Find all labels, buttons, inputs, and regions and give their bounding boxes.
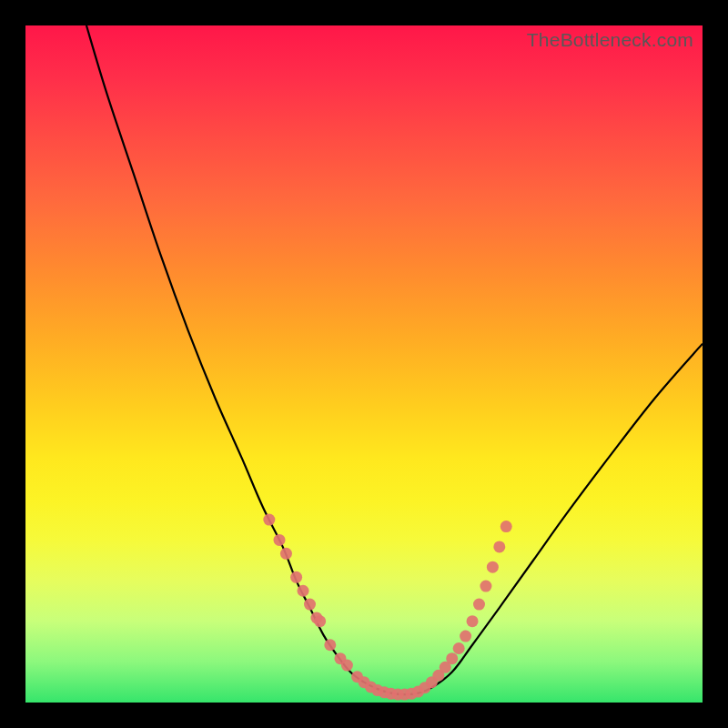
data-point: [324, 639, 336, 651]
data-point: [460, 631, 471, 642]
chart-frame: TheBottleneck.com: [0, 0, 728, 728]
curve-line: [86, 25, 703, 694]
data-point: [467, 615, 479, 627]
data-point: [500, 521, 512, 532]
data-point: [298, 585, 309, 597]
data-point: [480, 581, 491, 592]
data-point: [487, 561, 499, 573]
data-point: [274, 534, 286, 546]
chart-svg: [25, 25, 703, 703]
data-point: [473, 599, 485, 611]
data-point: [263, 514, 275, 526]
data-point: [280, 548, 292, 560]
data-point: [314, 615, 326, 627]
data-point: [290, 571, 302, 583]
data-point: [493, 541, 505, 552]
data-point: [453, 642, 465, 654]
data-point: [304, 599, 316, 611]
data-point: [446, 652, 458, 664]
plot-area: TheBottleneck.com: [25, 25, 703, 703]
data-point: [341, 660, 353, 672]
